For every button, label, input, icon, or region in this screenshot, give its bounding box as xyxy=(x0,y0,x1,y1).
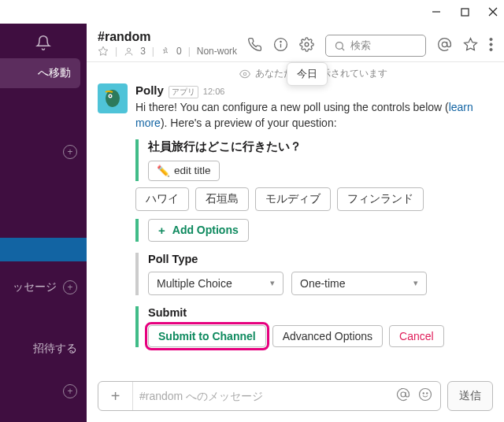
eye-icon xyxy=(239,68,250,80)
sidebar-active-channel[interactable] xyxy=(0,238,87,261)
poll-type-select[interactable]: Multiple Choice ▾ xyxy=(148,272,284,295)
notification-bell-icon[interactable] xyxy=(0,24,87,58)
svg-marker-4 xyxy=(98,46,108,55)
svg-point-14 xyxy=(490,38,492,40)
sidebar-label: へ移動 xyxy=(38,66,71,80)
message-composer: + xyxy=(98,381,441,411)
window-maximize-icon[interactable] xyxy=(460,7,469,17)
svg-point-12 xyxy=(442,42,447,46)
svg-point-15 xyxy=(490,43,492,45)
channel-name[interactable]: #random xyxy=(98,30,247,44)
bot-avatar[interactable] xyxy=(98,83,128,113)
submit-title: Submit xyxy=(148,306,490,319)
emoji-icon[interactable] xyxy=(418,387,432,405)
advanced-options-button[interactable]: Advanced Options xyxy=(272,325,383,347)
more-icon[interactable] xyxy=(489,37,493,55)
svg-point-16 xyxy=(490,48,492,50)
channel-topic[interactable]: Non-work xyxy=(197,46,237,57)
sidebar-label: 招待する xyxy=(33,342,77,356)
search-icon xyxy=(334,40,346,52)
poll-frequency-select[interactable]: One-time ▾ xyxy=(291,272,427,295)
svg-point-17 xyxy=(243,72,246,76)
search-placeholder: 検索 xyxy=(350,39,371,53)
svg-point-24 xyxy=(427,393,428,394)
poll-option[interactable]: ハワイ xyxy=(135,187,189,211)
star-header-icon[interactable] xyxy=(463,37,478,55)
message-author[interactable]: Polly xyxy=(135,83,164,97)
sidebar-item-add-2[interactable]: + xyxy=(0,376,87,406)
poll-question: 社員旅行はどこに行きたい？ xyxy=(148,139,490,154)
poll-type-block: Poll Type Multiple Choice ▾ One-time ▾ xyxy=(135,253,490,295)
svg-point-21 xyxy=(401,392,406,397)
plus-icon: + xyxy=(63,280,77,294)
message-input[interactable] xyxy=(133,382,388,410)
poll-preview-block: 社員旅行はどこに行きたい？ ✏️ edit title xyxy=(135,139,490,181)
pin-count: 0 xyxy=(176,46,182,57)
edit-title-button[interactable]: ✏️ edit title xyxy=(148,161,220,181)
cancel-button[interactable]: Cancel xyxy=(389,325,444,347)
svg-point-20 xyxy=(109,95,111,97)
window-close-icon[interactable] xyxy=(488,7,498,17)
svg-rect-1 xyxy=(461,9,469,16)
member-count: 3 xyxy=(140,46,146,57)
chevron-down-icon: ▾ xyxy=(270,278,275,288)
app-badge: アプリ xyxy=(169,86,198,98)
attach-button[interactable]: + xyxy=(98,382,133,410)
plus-icon: + xyxy=(63,145,77,159)
plus-icon: + xyxy=(63,384,77,398)
search-input[interactable]: 検索 xyxy=(325,35,426,57)
svg-point-23 xyxy=(423,393,424,394)
sidebar-item-messages[interactable]: ッセージ + xyxy=(0,272,87,302)
svg-point-10 xyxy=(336,42,343,49)
settings-gear-icon[interactable]: 今日 xyxy=(299,37,314,55)
info-icon[interactable] xyxy=(273,37,288,55)
chevron-down-icon: ▾ xyxy=(413,278,418,288)
submit-to-channel-button[interactable]: Submit to Channel xyxy=(148,325,266,347)
window-titlebar xyxy=(0,0,504,24)
poll-options-row: ハワイ 石垣島 モルディブ フィンランド xyxy=(135,187,490,211)
sidebar-item-add-1[interactable]: + xyxy=(0,137,87,167)
message-time: 12:06 xyxy=(203,87,225,96)
poll-option[interactable]: フィンランド xyxy=(337,187,424,211)
mention-icon[interactable] xyxy=(437,37,452,55)
svg-line-11 xyxy=(342,48,344,50)
poll-option[interactable]: モルディブ xyxy=(255,187,331,211)
pencil-icon: ✏️ xyxy=(157,165,170,177)
sidebar-item-invite[interactable]: 招待する xyxy=(0,334,87,364)
sidebar-item-jump[interactable]: へ移動 xyxy=(0,58,80,88)
svg-marker-13 xyxy=(465,38,477,50)
sidebar-label: ッセージ xyxy=(13,280,57,294)
add-options-button[interactable]: Add Options xyxy=(148,219,249,242)
channel-meta: | 3 | 0 | Non-work xyxy=(98,46,247,57)
poll-type-title: Poll Type xyxy=(148,253,490,265)
svg-point-5 xyxy=(127,48,130,51)
svg-point-9 xyxy=(305,43,309,46)
window-minimize-icon[interactable] xyxy=(432,7,441,17)
channel-header: #random | 3 | 0 | Non-work xyxy=(87,24,504,61)
svg-point-18 xyxy=(106,90,120,107)
send-button[interactable]: 送信 xyxy=(447,381,493,411)
star-icon[interactable] xyxy=(98,46,109,57)
mention-icon[interactable] xyxy=(396,387,410,405)
message-text: Hi there! You can configure a new poll u… xyxy=(135,99,490,131)
sidebar: へ移動 + ッセージ + 招待する + xyxy=(0,24,87,422)
poll-option[interactable]: 石垣島 xyxy=(195,187,249,211)
pin-icon xyxy=(161,46,170,56)
date-tooltip: 今日 xyxy=(287,62,328,86)
submit-block: Submit Submit to Channel Advanced Option… xyxy=(135,306,490,347)
member-icon xyxy=(124,46,134,57)
svg-point-8 xyxy=(280,41,281,42)
message: Polly アプリ 12:06 Hi there! You can config… xyxy=(98,83,490,354)
call-icon[interactable] xyxy=(247,37,262,55)
svg-point-22 xyxy=(420,389,432,401)
